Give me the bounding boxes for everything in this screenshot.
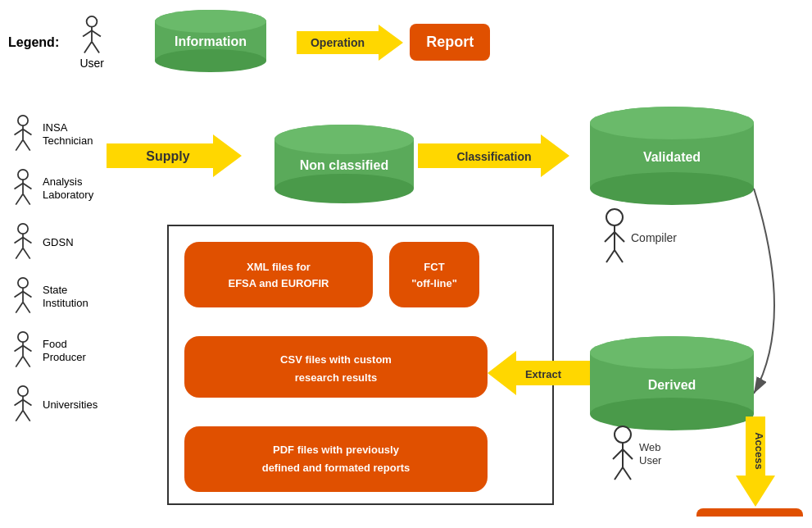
svg-line-43: [15, 399, 23, 405]
svg-point-17: [18, 170, 28, 180]
svg-line-15: [16, 140, 23, 151]
svg-line-34: [23, 303, 30, 313]
validated-label: Validated: [643, 150, 701, 164]
csv-box-shape: [184, 336, 488, 398]
actor-state: StateInstitution: [8, 277, 98, 316]
actor-insa: INSATechnician: [8, 115, 98, 154]
user-icon: [75, 16, 108, 57]
operation-arrow-icon: Operation: [297, 25, 403, 61]
svg-point-9: [155, 10, 266, 33]
svg-line-26: [23, 237, 31, 243]
pdf-box-shape: [184, 426, 488, 492]
svg-line-20: [23, 183, 31, 189]
fct-box-label-line1: FCT: [424, 261, 444, 273]
svg-line-2: [83, 30, 92, 36]
validated-to-derived-arc: [754, 189, 774, 394]
actor-insa-label: INSATechnician: [43, 121, 93, 147]
svg-point-35: [18, 332, 28, 342]
csv-box-label-line2: research results: [295, 371, 377, 384]
svg-line-38: [23, 345, 31, 351]
fct-box-shape: [389, 242, 479, 307]
svg-line-21: [16, 194, 23, 205]
web-user-arm-left: [613, 449, 623, 459]
xml-box-shape: [184, 242, 373, 307]
web-user-label-line2: User: [639, 454, 662, 467]
main-diagram: Supply Non classified Classification Val…: [107, 98, 803, 517]
access-label: Access: [753, 432, 765, 470]
information-cylinder-icon: Information: [149, 8, 272, 74]
web-user-head: [615, 426, 631, 443]
svg-line-16: [23, 140, 30, 151]
supply-label: Supply: [146, 149, 189, 163]
food-user-icon: [8, 331, 38, 371]
analysis-user-icon: [8, 169, 38, 208]
gdsn-user-icon: [8, 223, 38, 262]
web-interface-shape: [696, 508, 803, 517]
compiler-head: [606, 209, 623, 225]
legend-user: User: [75, 16, 108, 70]
pdf-box-label-line1: PDF files with previously: [273, 444, 400, 456]
actor-analysis: AnalysisLaboratory: [8, 169, 98, 208]
web-user-arm-right: [623, 449, 633, 459]
legend-report-label: Report: [426, 34, 474, 50]
svg-line-40: [23, 357, 30, 367]
derived-bottom: [590, 398, 754, 430]
svg-line-4: [84, 41, 92, 52]
svg-point-0: [87, 16, 98, 26]
svg-line-19: [15, 183, 23, 189]
csv-box-label-line1: CSV files with custom: [280, 353, 392, 366]
compiler-leg-left: [606, 250, 615, 262]
legend-report-box: Report: [410, 24, 490, 61]
compiler-arm-left: [605, 232, 615, 242]
svg-point-41: [18, 386, 28, 396]
svg-line-3: [92, 30, 101, 36]
non-classified-bottom: [274, 174, 414, 203]
compiler-arm-right: [615, 232, 624, 242]
legend-information: Information: [149, 8, 272, 76]
universities-user-icon: [8, 385, 38, 425]
actor-food: FoodProducer: [8, 331, 98, 371]
web-user-leg-left: [615, 467, 623, 480]
information-label: Information: [175, 34, 247, 48]
web-user-leg-right: [623, 467, 631, 480]
state-user-icon: [8, 277, 38, 316]
non-classified-top2: [274, 125, 414, 154]
svg-line-46: [23, 411, 30, 421]
validated-bottom: [590, 172, 754, 205]
actor-gdsn-label: GDSN: [43, 236, 74, 249]
svg-line-33: [16, 303, 23, 313]
web-user-label-line1: Web: [639, 441, 661, 453]
svg-point-8: [155, 49, 266, 72]
svg-line-14: [23, 129, 31, 134]
svg-line-45: [16, 411, 23, 421]
legend-label: Legend:: [8, 35, 59, 50]
fct-box-label-line2: "off-line": [411, 277, 457, 289]
svg-line-31: [15, 291, 23, 297]
compiler-text: Compiler: [631, 231, 677, 244]
non-classified-label: Non classified: [300, 158, 388, 172]
actor-universities-label: Universities: [43, 398, 98, 412]
legend-user-label: User: [79, 57, 104, 70]
svg-line-5: [92, 41, 99, 52]
actor-universities: Universities: [8, 385, 98, 425]
actor-gdsn: GDSN: [8, 223, 98, 262]
compiler-leg-right: [615, 250, 623, 262]
svg-line-22: [23, 194, 30, 205]
validated-top2: [590, 107, 754, 139]
insa-user-icon: [8, 115, 38, 154]
derived-label: Derived: [648, 378, 696, 392]
svg-line-27: [16, 248, 23, 259]
xml-box-label-line1: XML files for: [247, 261, 311, 273]
svg-point-29: [18, 278, 28, 288]
classification-label: Classification: [456, 150, 531, 163]
svg-line-39: [16, 357, 23, 367]
svg-line-25: [15, 237, 23, 243]
actor-analysis-label: AnalysisLaboratory: [43, 175, 93, 201]
svg-point-23: [18, 224, 28, 234]
actor-state-label: StateInstitution: [43, 284, 88, 309]
extract-label: Extract: [525, 368, 562, 380]
svg-line-44: [23, 399, 31, 405]
actors-list: INSATechnician AnalysisLaboratory GDSN: [8, 115, 98, 425]
xml-box-label-line2: EFSA and EUROFIR: [228, 277, 329, 289]
derived-top2: [590, 336, 754, 369]
